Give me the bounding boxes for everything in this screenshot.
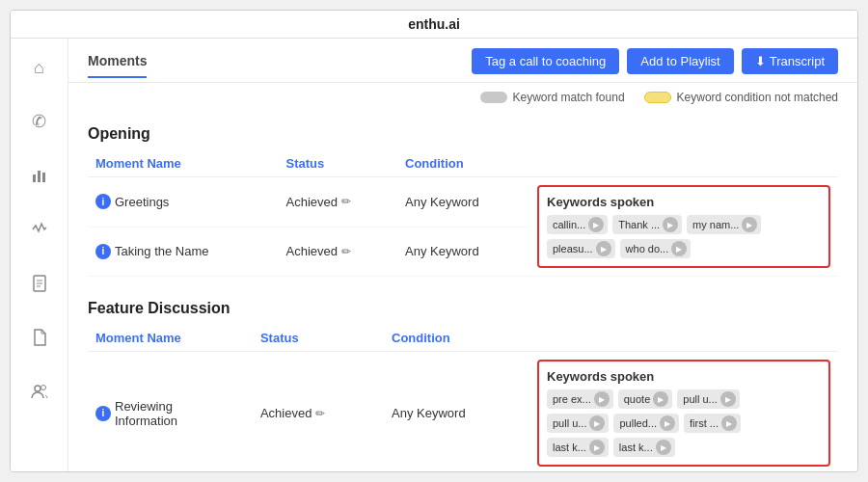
status-taking: Achieved ✏: [279, 227, 397, 277]
moment-name-greetings: i Greetings: [88, 177, 279, 228]
transcript-button[interactable]: ⬇ Transcript: [742, 48, 838, 74]
condition-reviewing: Any Keyword: [384, 352, 529, 472]
condition-greetings: Any Keyword: [397, 177, 529, 228]
edit-icon-reviewing[interactable]: ✏: [315, 407, 325, 420]
document-icon[interactable]: [22, 266, 57, 301]
section-feature-title: Feature Discussion: [88, 300, 838, 317]
svg-point-8: [41, 386, 45, 390]
keywords-greetings: Keywords spoken callin... ▶ Thank ...: [529, 177, 838, 277]
users-icon[interactable]: [22, 374, 57, 409]
keyword-chip: Thank ... ▶: [612, 215, 682, 234]
edit-icon-taking[interactable]: ✏: [341, 245, 351, 258]
top-actions: Tag a call to coaching Add to Playlist ⬇…: [472, 48, 838, 82]
add-playlist-button[interactable]: Add to Playlist: [627, 48, 733, 74]
tab-moments[interactable]: Moments: [88, 53, 147, 78]
app-body: ⌂ ✆: [11, 39, 857, 471]
condition-taking: Any Keyword: [397, 227, 529, 277]
keyword-chip: last k... ▶: [613, 438, 675, 457]
feature-table: Moment Name Status Condition i: [88, 325, 838, 471]
col-condition: Condition: [397, 150, 529, 177]
play-button[interactable]: ▶: [721, 415, 737, 431]
keyword-chip: last k... ▶: [547, 438, 609, 457]
col-moment-name-feat: Moment Name: [88, 325, 253, 352]
keyword-chip: pre ex... ▶: [547, 389, 613, 409]
keywords-row-3: last k... ▶ last k... ▶: [547, 438, 821, 457]
tag-coaching-button[interactable]: Tag a call to coaching: [472, 48, 619, 74]
svg-point-7: [35, 386, 41, 391]
table-row: i Greetings Achieved ✏: [88, 177, 838, 228]
main-content: Moments Tag a call to coaching Add to Pl…: [68, 39, 857, 471]
section-opening-title: Opening: [88, 125, 838, 143]
keywords-reviewing: Keywords spoken pre ex... ▶ quote: [529, 352, 838, 472]
file-icon[interactable]: [22, 320, 57, 355]
play-button[interactable]: ▶: [656, 440, 671, 455]
keyword-chip: pleasu... ▶: [547, 239, 615, 258]
chart-icon[interactable]: [22, 158, 57, 193]
keyword-chip: pulled... ▶: [613, 414, 679, 433]
section-feature-discussion: Feature Discussion Moment Name Status Co…: [88, 300, 838, 471]
moment-name-taking: i Taking the Name: [88, 227, 279, 277]
app-window: enthu.ai ⌂ ✆: [10, 10, 858, 472]
play-button[interactable]: ▶: [596, 241, 611, 256]
col-condition-feat: Condition: [384, 325, 529, 352]
keywords-row-taking: pleasu... ▶ who do... ▶: [547, 239, 821, 258]
legend-match-dot: [480, 92, 507, 103]
keywords-box-opening-title: Keywords spoken: [547, 195, 821, 209]
play-button[interactable]: ▶: [663, 217, 678, 232]
download-icon: ⬇: [755, 54, 766, 68]
play-button[interactable]: ▶: [589, 440, 605, 455]
legend-not-matched: Keyword condition not matched: [644, 91, 838, 104]
status-reviewing: Achieved ✏: [253, 352, 384, 472]
top-bar: Moments Tag a call to coaching Add to Pl…: [68, 39, 857, 83]
play-button[interactable]: ▶: [653, 391, 668, 407]
legend: Keyword match found Keyword condition no…: [68, 83, 857, 112]
keywords-box-feature-title: Keywords spoken: [547, 369, 821, 384]
home-icon[interactable]: ⌂: [22, 50, 57, 85]
keyword-chip: pull u... ▶: [677, 389, 739, 409]
phone-icon[interactable]: ✆: [22, 104, 57, 139]
legend-match: Keyword match found: [480, 91, 625, 104]
app-title: enthu.ai: [408, 16, 460, 32]
sidebar: ⌂ ✆: [11, 39, 68, 471]
play-button[interactable]: ▶: [589, 415, 605, 431]
play-button[interactable]: ▶: [660, 415, 675, 431]
activity-icon[interactable]: [22, 212, 57, 247]
keywords-box-opening: Keywords spoken callin... ▶ Thank ...: [537, 185, 830, 268]
opening-table: Moment Name Status Condition: [88, 150, 838, 277]
play-button[interactable]: ▶: [594, 391, 610, 407]
edit-icon-greetings[interactable]: ✏: [341, 195, 351, 208]
keyword-chip: quote ▶: [618, 389, 673, 409]
svg-rect-0: [33, 174, 36, 182]
table-row: i ReviewingInformation Achieved ✏: [88, 352, 838, 472]
play-button[interactable]: ▶: [671, 241, 687, 256]
legend-match-label: Keyword match found: [513, 91, 625, 104]
play-button[interactable]: ▶: [720, 391, 736, 407]
col-keywords-feat: [529, 325, 838, 352]
keywords-row-1: pre ex... ▶ quote ▶: [547, 389, 821, 409]
col-moment-name: Moment Name: [88, 150, 279, 177]
info-icon-reviewing: i: [95, 406, 111, 421]
keyword-chip: first ... ▶: [684, 414, 741, 433]
status-greetings: Achieved ✏: [279, 177, 397, 228]
keywords-box-feature: Keywords spoken pre ex... ▶ quote: [537, 360, 830, 467]
content-area: Opening Moment Name Status Condition: [68, 112, 857, 471]
keywords-row-2: pull u... ▶ pulled... ▶: [547, 414, 821, 433]
keyword-chip: who do... ▶: [620, 239, 692, 258]
info-icon-greetings: i: [95, 194, 111, 209]
col-status: Status: [279, 150, 397, 177]
section-opening: Opening Moment Name Status Condition: [88, 125, 838, 277]
svg-rect-2: [42, 173, 45, 182]
legend-not-matched-label: Keyword condition not matched: [677, 91, 838, 104]
keyword-chip: my nam... ▶: [687, 215, 761, 234]
col-keywords-spoken: [529, 150, 838, 177]
info-icon-taking: i: [95, 244, 111, 259]
play-button[interactable]: ▶: [742, 217, 757, 232]
svg-rect-1: [38, 171, 41, 182]
col-status-feat: Status: [253, 325, 384, 352]
play-button[interactable]: ▶: [588, 217, 604, 232]
legend-not-matched-dot: [644, 92, 671, 103]
moment-name-reviewing: i ReviewingInformation: [88, 352, 253, 472]
keywords-row-greetings: callin... ▶ Thank ... ▶: [547, 215, 821, 234]
keyword-chip: callin... ▶: [547, 215, 608, 234]
title-bar: enthu.ai: [11, 11, 857, 39]
